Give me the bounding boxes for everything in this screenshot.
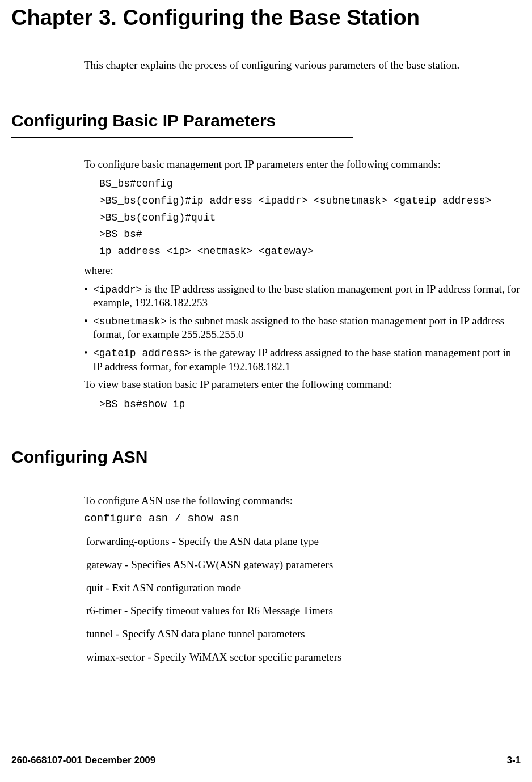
chapter-intro: This chapter explains the process of con… (84, 59, 521, 71)
asn-term: quit - (86, 582, 112, 594)
section2-lead: To configure ASN use the following comma… (84, 494, 521, 508)
parameter-list: <ipaddr> is the IP address assigned to t… (84, 282, 521, 374)
list-item: <subnetmask> is the subnet mask assigned… (84, 314, 521, 341)
footer-doc-id: 260-668107-001 December 2009 (11, 755, 155, 766)
section-heading-ip: Configuring Basic IP Parameters (11, 111, 521, 130)
footer-page-number: 3-1 (506, 755, 521, 766)
section-divider (11, 137, 353, 138)
asn-desc: Specify timeout values for R6 Message Ti… (130, 605, 333, 616)
asn-term: r6-timer - (86, 605, 130, 616)
section1-lead: To configure basic management port IP pa… (84, 158, 521, 172)
asn-option-row: wimax-sector - Specify WiMAX sector spec… (86, 650, 521, 665)
view-command-lead: To view base station basic IP parameters… (84, 378, 521, 392)
param-term: <gateip address> (93, 348, 191, 359)
list-item: <gateip address> is the gateway IP addre… (84, 346, 521, 373)
code-block-show-ip: >BS_bs#show ip (99, 396, 521, 413)
section-heading-asn: Configuring ASN (11, 447, 521, 467)
asn-option-row: forwarding-options - Specify the ASN dat… (86, 535, 521, 549)
asn-command: configure asn / show asn (84, 512, 521, 525)
chapter-title: Chapter 3. Configuring the Base Station (11, 6, 521, 31)
asn-desc: Exit ASN configuration mode (112, 582, 240, 594)
asn-option-row: tunnel - Specify ASN data plane tunnel p… (86, 627, 521, 641)
asn-desc: Specifies ASN-GW(ASN gateway) parameters (131, 559, 333, 570)
asn-desc: Specify ASN data plane tunnel parameters (122, 628, 305, 640)
list-item: <ipaddr> is the IP address assigned to t… (84, 282, 521, 310)
param-desc: is the IP address assigned to the base s… (93, 283, 520, 309)
asn-desc: Specify WiMAX sector specific parameters (154, 651, 341, 663)
asn-option-row: r6-timer - Specify timeout values for R6… (86, 604, 521, 618)
asn-term: gateway - (86, 559, 131, 570)
asn-term: tunnel - (86, 628, 122, 640)
param-term: <ipaddr> (93, 284, 142, 295)
page-footer: 260-668107-001 December 2009 3-1 (11, 751, 521, 766)
section-divider (11, 474, 353, 474)
where-label: where: (84, 264, 521, 278)
asn-option-row: gateway - Specifies ASN-GW(ASN gateway) … (86, 558, 521, 572)
asn-option-row: quit - Exit ASN configuration mode (86, 581, 521, 595)
asn-term: forwarding-options - (86, 535, 179, 547)
param-term: <subnetmask> (93, 316, 167, 327)
asn-term: wimax-sector - (86, 651, 154, 663)
code-block-ip-config: BS_bs#config >BS_bs(config)#ip address <… (99, 176, 521, 260)
asn-desc: Specify the ASN data plane type (179, 535, 319, 547)
